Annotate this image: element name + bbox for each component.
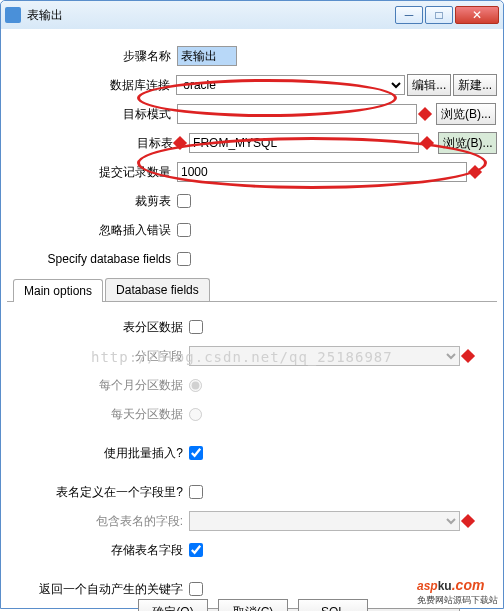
chk-store-name[interactable]	[189, 543, 203, 557]
label-batch: 使用批量插入?	[13, 445, 189, 462]
btn-sql[interactable]: SQL	[298, 599, 368, 611]
label-field-contain: 包含表名的字段:	[13, 513, 189, 530]
row-batch: 使用批量插入?	[13, 440, 473, 466]
chk-name-in-field[interactable]	[189, 485, 203, 499]
btn-cancel[interactable]: 取消(C)	[218, 599, 288, 611]
maximize-button[interactable]: □	[425, 6, 453, 24]
label-specify: Specify database fields	[7, 252, 177, 266]
input-schema[interactable]	[177, 104, 417, 124]
select-db-conn[interactable]: oracle	[176, 75, 405, 95]
brand-b: ku	[438, 579, 452, 593]
row-store-name: 存储表名字段	[13, 537, 473, 563]
window-title: 表输出	[27, 7, 393, 24]
diamond-icon	[461, 349, 475, 363]
row-table: 目标表 浏览(B)...	[7, 130, 497, 156]
btn-edit-conn[interactable]: 编辑...	[407, 74, 451, 96]
label-table: 目标表	[7, 135, 175, 152]
label-name-in-field: 表名定义在一个字段里?	[13, 484, 189, 501]
chk-specify[interactable]	[177, 252, 191, 266]
chk-gen-key[interactable]	[189, 582, 203, 596]
row-db-conn: 数据库连接 oracle 编辑... 新建...	[7, 72, 497, 98]
brand-sub: 免费网站源码下载站	[417, 594, 498, 607]
radio-monthly	[189, 379, 202, 392]
tab-main-options[interactable]: Main options	[13, 279, 103, 302]
content: 步骤名称 数据库连接 oracle 编辑... 新建... 目标模式 浏览(B)…	[1, 29, 503, 611]
label-partition: 表分区数据	[13, 319, 189, 336]
label-db-conn: 数据库连接	[7, 77, 176, 94]
app-icon	[5, 7, 21, 23]
row-field-contain: 包含表名的字段:	[13, 508, 473, 534]
row-schema: 目标模式 浏览(B)...	[7, 101, 497, 127]
label-schema: 目标模式	[7, 106, 177, 123]
row-truncate: 裁剪表	[7, 188, 497, 214]
label-gen-key: 返回一个自动产生的关键字	[13, 581, 189, 598]
close-button[interactable]: ✕	[455, 6, 499, 24]
row-partition: 表分区数据	[13, 314, 473, 340]
brand-a: asp	[417, 579, 438, 593]
row-commit: 提交记录数量	[7, 159, 497, 185]
label-daily: 每天分区数据	[13, 406, 189, 423]
label-monthly: 每个月分区数据	[13, 377, 189, 394]
diamond-icon	[461, 514, 475, 528]
diamond-icon	[418, 107, 432, 121]
diamond-icon	[468, 165, 482, 179]
tab-database-fields[interactable]: Database fields	[105, 278, 210, 301]
diamond-icon	[420, 136, 434, 150]
btn-ok[interactable]: 确定(O)	[138, 599, 208, 611]
diamond-icon	[173, 136, 187, 150]
input-table[interactable]	[189, 133, 419, 153]
label-step-name: 步骤名称	[7, 48, 177, 65]
row-name-in-field: 表名定义在一个字段里?	[13, 479, 473, 505]
btn-new-conn[interactable]: 新建...	[453, 74, 497, 96]
label-store-name: 存储表名字段	[13, 542, 189, 559]
input-commit[interactable]	[177, 162, 467, 182]
label-ignore: 忽略插入错误	[7, 222, 177, 239]
titlebar: 表输出 ─ □ ✕	[1, 1, 503, 29]
select-field-contain	[189, 511, 460, 531]
row-ignore: 忽略插入错误	[7, 217, 497, 243]
radio-daily	[189, 408, 202, 421]
tabbar: Main options Database fields	[7, 278, 497, 302]
watermark: http://blog.csdn.net/qq_25186987	[91, 349, 393, 365]
input-step-name[interactable]	[177, 46, 237, 66]
brand-c: .com	[452, 577, 485, 593]
row-specify: Specify database fields	[7, 246, 497, 272]
minimize-button[interactable]: ─	[395, 6, 423, 24]
chk-ignore[interactable]	[177, 223, 191, 237]
btn-browse-schema[interactable]: 浏览(B)...	[436, 103, 496, 125]
window: 表输出 ─ □ ✕ 步骤名称 数据库连接 oracle 编辑... 新建... …	[0, 0, 504, 609]
row-monthly: 每个月分区数据	[13, 372, 473, 398]
row-step-name: 步骤名称	[7, 43, 497, 69]
row-daily: 每天分区数据	[13, 401, 473, 427]
chk-truncate[interactable]	[177, 194, 191, 208]
label-truncate: 裁剪表	[7, 193, 177, 210]
chk-batch[interactable]	[189, 446, 203, 460]
btn-browse-table[interactable]: 浏览(B)...	[438, 132, 497, 154]
brand-logo: aspku.com 免费网站源码下载站	[417, 570, 498, 607]
label-commit: 提交记录数量	[7, 164, 177, 181]
chk-partition[interactable]	[189, 320, 203, 334]
